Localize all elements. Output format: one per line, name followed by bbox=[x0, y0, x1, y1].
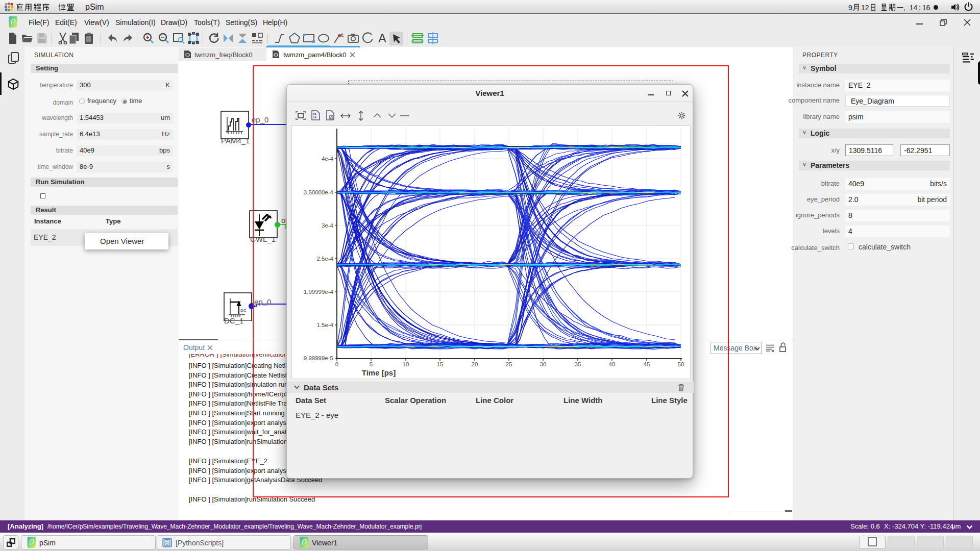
svg-text:0: 0 bbox=[335, 361, 338, 367]
svg-text:25: 25 bbox=[506, 361, 512, 367]
svg-text:4e-4: 4e-4 bbox=[322, 156, 334, 162]
svg-text:50: 50 bbox=[678, 361, 684, 367]
svg-text:1.99999e-4: 1.99999e-4 bbox=[304, 289, 334, 295]
svg-text:01: 01 bbox=[313, 112, 317, 116]
svg-text:5: 5 bbox=[370, 361, 373, 367]
svg-text:DC: DC bbox=[240, 308, 247, 313]
svg-text:40: 40 bbox=[609, 361, 616, 367]
svg-text:10: 10 bbox=[313, 116, 317, 119]
svg-text:3e-4: 3e-4 bbox=[322, 222, 334, 229]
svg-text:20: 20 bbox=[472, 361, 478, 367]
svg-text:35: 35 bbox=[575, 361, 581, 367]
svg-text:9.99999e-5: 9.99999e-5 bbox=[304, 355, 333, 361]
svg-text:Time [ps]: Time [ps] bbox=[362, 368, 396, 377]
svg-text:10: 10 bbox=[403, 361, 409, 367]
svg-text:15: 15 bbox=[437, 361, 444, 367]
svg-text:3.50000e-4: 3.50000e-4 bbox=[304, 189, 334, 195]
svg-text:45: 45 bbox=[644, 361, 650, 367]
svg-text:2.5e-4: 2.5e-4 bbox=[316, 256, 333, 262]
svg-text:A: A bbox=[378, 32, 386, 44]
svg-text:30: 30 bbox=[540, 361, 547, 367]
svg-text:1.5e-4: 1.5e-4 bbox=[316, 322, 333, 328]
